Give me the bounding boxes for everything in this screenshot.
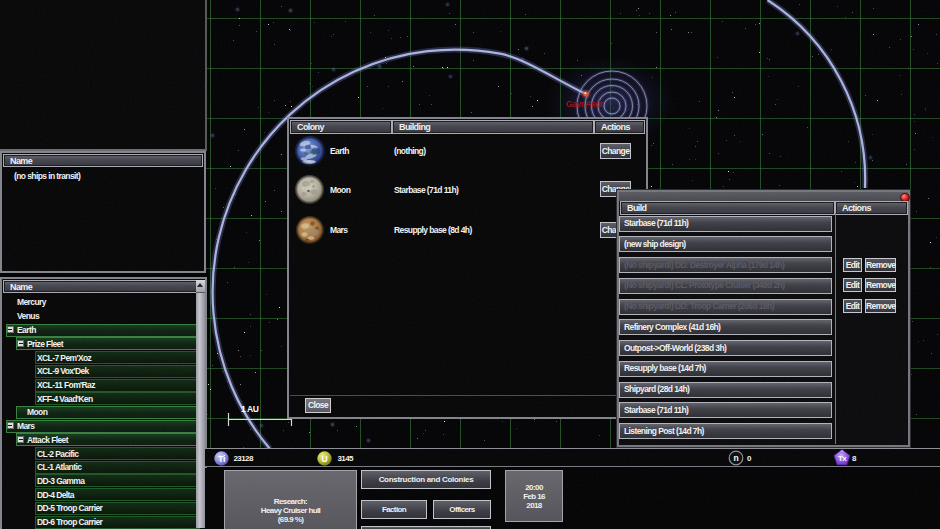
svg-text:Gavr Asdr: Gavr Asdr bbox=[566, 99, 604, 109]
svg-text:1 AU: 1 AU bbox=[241, 404, 259, 414]
svg-text:Tx: Tx bbox=[838, 454, 847, 463]
svg-text:U: U bbox=[321, 453, 327, 463]
svg-text:n: n bbox=[733, 453, 738, 463]
svg-text:Ti: Ti bbox=[218, 453, 225, 463]
